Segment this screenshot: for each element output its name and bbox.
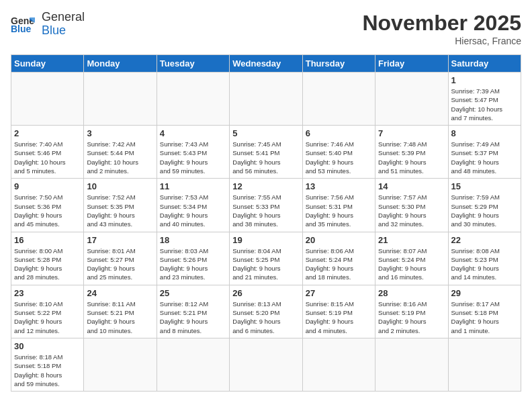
day-number: 23: [14, 288, 81, 298]
day-number: 10: [87, 181, 153, 191]
week-row-1: 1Sunrise: 7:39 AM Sunset: 5:47 PM Daylig…: [11, 73, 521, 126]
day-info: Sunrise: 8:13 AM Sunset: 5:20 PM Dayligh…: [232, 300, 299, 335]
day-info: Sunrise: 7:53 AM Sunset: 5:34 PM Dayligh…: [160, 193, 226, 228]
day-number: 14: [378, 181, 445, 191]
day-info: Sunrise: 7:43 AM Sunset: 5:43 PM Dayligh…: [160, 140, 226, 175]
logo-text: General Blue: [42, 11, 85, 38]
logo-icon: General Blue: [11, 12, 35, 36]
calendar-cell: 19Sunrise: 8:04 AM Sunset: 5:25 PM Dayli…: [230, 232, 302, 285]
day-info: Sunrise: 7:50 AM Sunset: 5:36 PM Dayligh…: [14, 193, 81, 228]
day-info: Sunrise: 7:49 AM Sunset: 5:37 PM Dayligh…: [451, 140, 518, 175]
calendar-cell: [230, 73, 302, 126]
calendar-cell: [84, 73, 157, 126]
day-info: Sunrise: 7:45 AM Sunset: 5:41 PM Dayligh…: [232, 140, 299, 175]
day-info: Sunrise: 7:57 AM Sunset: 5:30 PM Dayligh…: [378, 193, 445, 228]
day-info: Sunrise: 8:06 AM Sunset: 5:24 PM Dayligh…: [306, 246, 372, 282]
day-number: 18: [160, 235, 226, 245]
day-number: 2: [14, 128, 81, 138]
day-number: 28: [378, 288, 445, 298]
day-number: 3: [87, 128, 153, 138]
week-row-4: 16Sunrise: 8:00 AM Sunset: 5:28 PM Dayli…: [11, 232, 521, 285]
calendar-cell: 6Sunrise: 7:46 AM Sunset: 5:40 PM Daylig…: [302, 126, 375, 179]
calendar-cell: [375, 73, 448, 126]
title-block: November 2025 Hiersac, France: [362, 11, 521, 46]
day-info: Sunrise: 8:08 AM Sunset: 5:23 PM Dayligh…: [451, 246, 518, 282]
day-number: 8: [451, 128, 518, 138]
calendar-cell: [230, 338, 302, 391]
day-number: 9: [14, 181, 81, 191]
week-row-5: 23Sunrise: 8:10 AM Sunset: 5:22 PM Dayli…: [11, 285, 521, 338]
day-info: Sunrise: 7:48 AM Sunset: 5:39 PM Dayligh…: [378, 140, 445, 175]
calendar-cell: 7Sunrise: 7:48 AM Sunset: 5:39 PM Daylig…: [375, 126, 448, 179]
weekday-header-wednesday: Wednesday: [230, 55, 302, 73]
day-info: Sunrise: 8:07 AM Sunset: 5:24 PM Dayligh…: [378, 246, 445, 282]
calendar-cell: 29Sunrise: 8:17 AM Sunset: 5:18 PM Dayli…: [448, 285, 521, 338]
day-info: Sunrise: 7:55 AM Sunset: 5:33 PM Dayligh…: [232, 193, 299, 228]
day-info: Sunrise: 8:18 AM Sunset: 5:18 PM Dayligh…: [14, 353, 81, 388]
calendar-cell: 25Sunrise: 8:12 AM Sunset: 5:21 PM Dayli…: [157, 285, 229, 338]
calendar-cell: [84, 338, 157, 391]
day-number: 5: [232, 128, 299, 138]
week-row-6: 30Sunrise: 8:18 AM Sunset: 5:18 PM Dayli…: [11, 338, 521, 391]
day-info: Sunrise: 7:52 AM Sunset: 5:35 PM Dayligh…: [87, 193, 153, 228]
day-number: 20: [306, 235, 372, 245]
day-info: Sunrise: 8:12 AM Sunset: 5:21 PM Dayligh…: [160, 300, 226, 335]
calendar-cell: [302, 73, 375, 126]
calendar-cell: 14Sunrise: 7:57 AM Sunset: 5:30 PM Dayli…: [375, 179, 448, 232]
day-number: 30: [14, 341, 81, 351]
day-number: 25: [160, 288, 226, 298]
calendar-cell: 12Sunrise: 7:55 AM Sunset: 5:33 PM Dayli…: [230, 179, 302, 232]
weekday-header-tuesday: Tuesday: [157, 55, 229, 73]
calendar-cell: 15Sunrise: 7:59 AM Sunset: 5:29 PM Dayli…: [448, 179, 521, 232]
month-title: November 2025: [362, 11, 521, 36]
calendar-cell: 18Sunrise: 8:03 AM Sunset: 5:26 PM Dayli…: [157, 232, 229, 285]
calendar-cell: 22Sunrise: 8:08 AM Sunset: 5:23 PM Dayli…: [448, 232, 521, 285]
calendar-cell: [11, 73, 84, 126]
weekday-header-monday: Monday: [84, 55, 157, 73]
day-info: Sunrise: 7:39 AM Sunset: 5:47 PM Dayligh…: [451, 87, 518, 122]
day-info: Sunrise: 8:11 AM Sunset: 5:21 PM Dayligh…: [87, 300, 153, 335]
day-info: Sunrise: 7:46 AM Sunset: 5:40 PM Dayligh…: [306, 140, 372, 175]
day-info: Sunrise: 8:10 AM Sunset: 5:22 PM Dayligh…: [14, 300, 81, 335]
day-info: Sunrise: 7:42 AM Sunset: 5:44 PM Dayligh…: [87, 140, 153, 175]
calendar: SundayMondayTuesdayWednesdayThursdayFrid…: [11, 54, 521, 392]
day-number: 21: [378, 235, 445, 245]
weekday-header-sunday: Sunday: [11, 55, 84, 73]
calendar-cell: [157, 338, 229, 391]
calendar-cell: 3Sunrise: 7:42 AM Sunset: 5:44 PM Daylig…: [84, 126, 157, 179]
weekday-header-thursday: Thursday: [302, 55, 375, 73]
calendar-cell: 2Sunrise: 7:40 AM Sunset: 5:46 PM Daylig…: [11, 126, 84, 179]
calendar-cell: 30Sunrise: 8:18 AM Sunset: 5:18 PM Dayli…: [11, 338, 84, 391]
day-number: 22: [451, 235, 518, 245]
day-info: Sunrise: 8:03 AM Sunset: 5:26 PM Dayligh…: [160, 246, 226, 282]
day-number: 12: [232, 181, 299, 191]
weekday-header-row: SundayMondayTuesdayWednesdayThursdayFrid…: [11, 55, 521, 73]
day-info: Sunrise: 7:59 AM Sunset: 5:29 PM Dayligh…: [451, 193, 518, 228]
day-info: Sunrise: 7:56 AM Sunset: 5:31 PM Dayligh…: [306, 193, 372, 228]
day-number: 19: [232, 235, 299, 245]
calendar-cell: [375, 338, 448, 391]
calendar-cell: [448, 338, 521, 391]
day-number: 29: [451, 288, 518, 298]
day-number: 16: [14, 235, 81, 245]
day-number: 27: [306, 288, 372, 298]
day-info: Sunrise: 7:40 AM Sunset: 5:46 PM Dayligh…: [14, 140, 81, 175]
day-number: 13: [306, 181, 372, 191]
day-info: Sunrise: 8:15 AM Sunset: 5:19 PM Dayligh…: [306, 300, 372, 335]
calendar-cell: 9Sunrise: 7:50 AM Sunset: 5:36 PM Daylig…: [11, 179, 84, 232]
day-number: 1: [451, 75, 518, 85]
day-number: 24: [87, 288, 153, 298]
week-row-3: 9Sunrise: 7:50 AM Sunset: 5:36 PM Daylig…: [11, 179, 521, 232]
calendar-cell: 24Sunrise: 8:11 AM Sunset: 5:21 PM Dayli…: [84, 285, 157, 338]
calendar-cell: [157, 73, 229, 126]
calendar-cell: 27Sunrise: 8:15 AM Sunset: 5:19 PM Dayli…: [302, 285, 375, 338]
calendar-cell: 1Sunrise: 7:39 AM Sunset: 5:47 PM Daylig…: [448, 73, 521, 126]
calendar-cell: 17Sunrise: 8:01 AM Sunset: 5:27 PM Dayli…: [84, 232, 157, 285]
day-info: Sunrise: 8:01 AM Sunset: 5:27 PM Dayligh…: [87, 246, 153, 282]
calendar-cell: 8Sunrise: 7:49 AM Sunset: 5:37 PM Daylig…: [448, 126, 521, 179]
logo: General Blue General Blue: [11, 11, 85, 38]
day-info: Sunrise: 8:00 AM Sunset: 5:28 PM Dayligh…: [14, 246, 81, 282]
calendar-cell: 4Sunrise: 7:43 AM Sunset: 5:43 PM Daylig…: [157, 126, 229, 179]
weekday-header-friday: Friday: [375, 55, 448, 73]
calendar-cell: 11Sunrise: 7:53 AM Sunset: 5:34 PM Dayli…: [157, 179, 229, 232]
